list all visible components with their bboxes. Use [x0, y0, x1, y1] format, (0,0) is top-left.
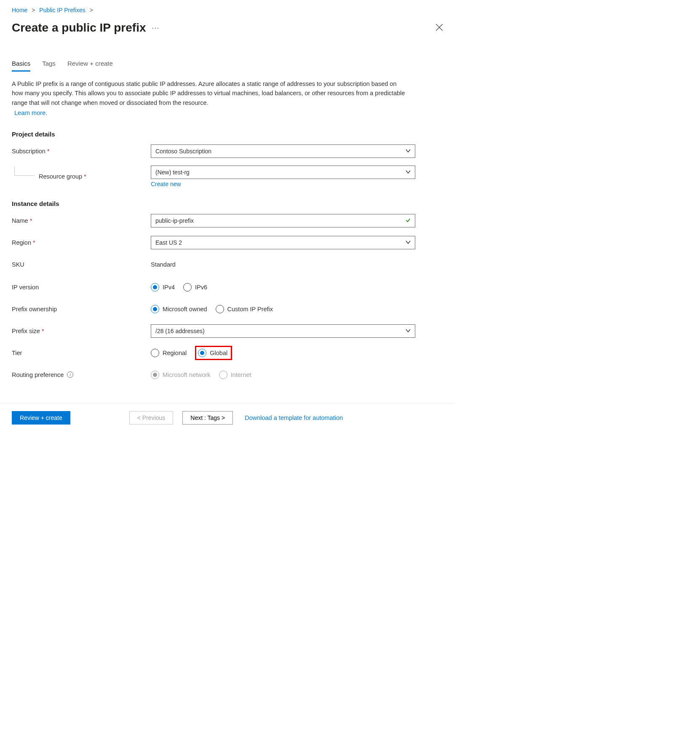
radio-icon: [151, 349, 159, 357]
radio-icon: [183, 283, 192, 291]
footer: Review + create < Previous Next : Tags >…: [0, 403, 455, 434]
label-region: Region*: [12, 239, 151, 246]
breadcrumb: Home > Public IP Prefixes >: [12, 4, 443, 18]
chevron-down-icon: [406, 328, 411, 334]
breadcrumb-home[interactable]: Home: [12, 7, 27, 13]
label-prefix-size: Prefix size*: [12, 328, 151, 334]
radio-icon: [151, 305, 159, 313]
radio-regional[interactable]: Regional: [151, 349, 187, 357]
create-new-link[interactable]: Create new: [151, 181, 415, 187]
label-sku: SKU: [12, 261, 151, 268]
tier-global-highlight: Global: [195, 346, 232, 360]
learn-more-link[interactable]: Learn more.: [14, 108, 47, 118]
subscription-select[interactable]: Contoso Subscription: [151, 144, 415, 158]
breadcrumb-sep: >: [90, 7, 93, 13]
indent-line: [14, 166, 35, 176]
prefix-size-select[interactable]: /28 (16 addresses): [151, 324, 415, 338]
radio-icon: [219, 371, 227, 379]
breadcrumb-prefixes[interactable]: Public IP Prefixes: [39, 7, 85, 13]
radio-custom-prefix[interactable]: Custom IP Prefix: [216, 305, 273, 313]
info-icon[interactable]: i: [67, 371, 73, 378]
tab-review[interactable]: Review + create: [67, 60, 113, 72]
checkmark-icon: [406, 217, 411, 224]
radio-icon: [198, 349, 206, 357]
label-tier: Tier: [12, 350, 151, 356]
radio-ipv4[interactable]: IPv4: [151, 283, 175, 291]
chevron-down-icon: [406, 148, 411, 155]
sku-value: Standard: [151, 261, 176, 268]
review-create-button[interactable]: Review + create: [12, 411, 70, 425]
download-template-link[interactable]: Download a template for automation: [245, 414, 343, 421]
radio-internet: Internet: [219, 371, 251, 379]
radio-global[interactable]: Global: [198, 349, 227, 357]
label-name: Name*: [12, 217, 151, 224]
radio-microsoft-network: Microsoft network: [151, 371, 211, 379]
next-button[interactable]: Next : Tags >: [182, 411, 233, 425]
chevron-down-icon: [406, 239, 411, 246]
chevron-down-icon: [406, 169, 411, 176]
more-icon[interactable]: ···: [152, 24, 160, 32]
label-prefix-ownership: Prefix ownership: [12, 306, 151, 313]
radio-ipv6[interactable]: IPv6: [183, 283, 207, 291]
breadcrumb-sep: >: [32, 7, 35, 13]
section-project-details: Project details: [12, 131, 443, 138]
description: A Public IP prefix is a range of contigu…: [12, 79, 408, 118]
radio-microsoft-owned[interactable]: Microsoft owned: [151, 305, 207, 313]
radio-icon: [151, 283, 159, 291]
section-instance-details: Instance details: [12, 200, 443, 207]
label-ip-version: IP version: [12, 284, 151, 291]
page-title: Create a public IP prefix: [12, 21, 146, 35]
name-input[interactable]: public-ip-prefix: [151, 214, 415, 227]
close-icon[interactable]: [435, 24, 443, 32]
tab-tags[interactable]: Tags: [42, 60, 56, 72]
radio-icon: [151, 371, 159, 379]
resource-group-select[interactable]: (New) test-rg: [151, 166, 415, 179]
label-subscription: Subscription*: [12, 148, 151, 155]
radio-icon: [216, 305, 224, 313]
label-resource-group: Resource group*: [39, 173, 86, 180]
label-routing-preference: Routing preference i: [12, 371, 151, 378]
tabs: Basics Tags Review + create: [12, 60, 443, 72]
tab-basics[interactable]: Basics: [12, 60, 30, 72]
previous-button: < Previous: [129, 411, 174, 425]
region-select[interactable]: East US 2: [151, 236, 415, 249]
